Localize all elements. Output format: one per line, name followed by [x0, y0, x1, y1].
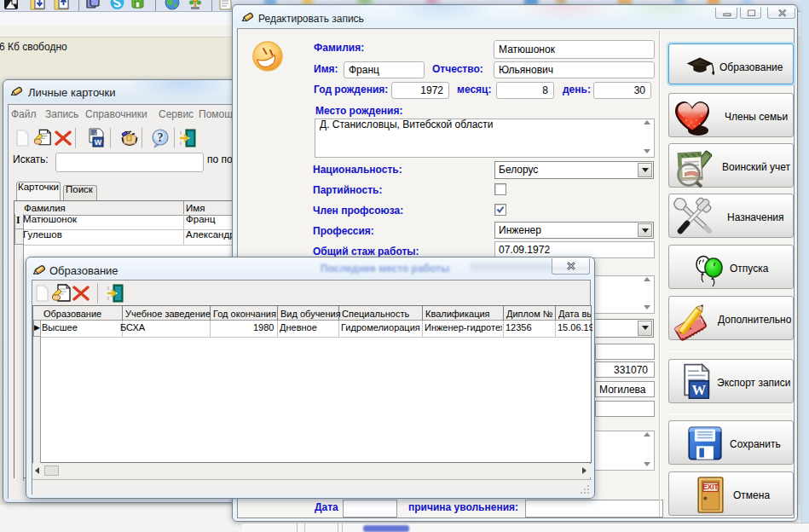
- svg-text:EXIT: EXIT: [702, 483, 718, 491]
- svg-text:W: W: [692, 382, 707, 398]
- svg-text:?: ?: [158, 131, 164, 144]
- svg-text:W: W: [95, 138, 102, 147]
